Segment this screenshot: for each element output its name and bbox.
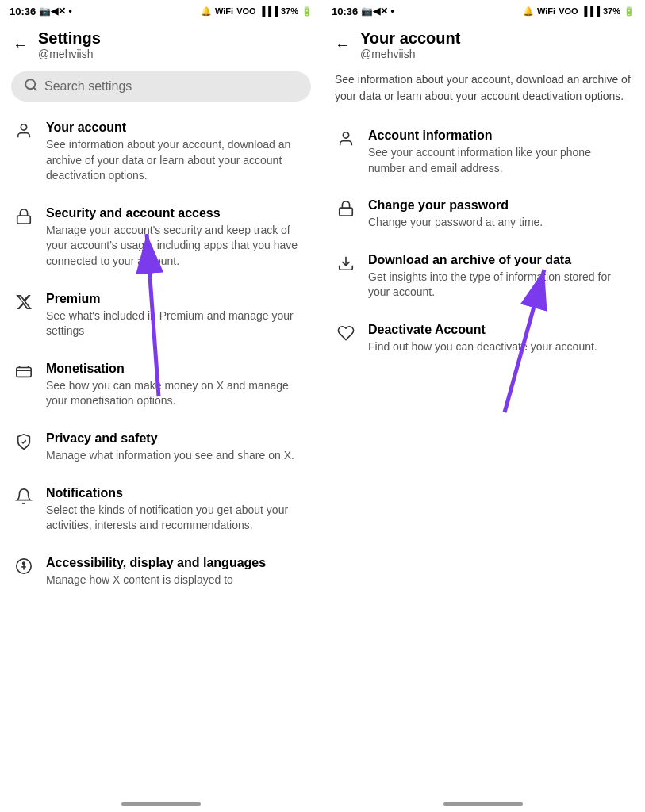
item-title-deactivate: Deactivate Account: [368, 323, 632, 337]
heart-icon: [335, 324, 357, 342]
home-indicator-left: [121, 802, 201, 806]
item-desc-download-archive: Get insights into the type of informatio…: [368, 270, 632, 301]
item-desc-security: Manage your account's security and keep …: [46, 223, 309, 270]
item-desc-your-account: See information about your account, down…: [46, 137, 309, 184]
search-icon: [24, 78, 38, 95]
search-placeholder: Search settings: [44, 79, 132, 94]
search-bar[interactable]: Search settings: [11, 71, 311, 102]
lock-icon: [13, 208, 35, 225]
right-header: ← Your account @mehviish: [322, 22, 644, 63]
settings-item-account-info[interactable]: Account information See your account inf…: [322, 117, 644, 187]
left-page-title: Settings: [38, 29, 101, 48]
item-title-change-password: Change your password: [368, 198, 632, 213]
status-right-right: 🔔 WiFi VOO ▐▐▐ 37% 🔋: [523, 6, 635, 17]
item-desc-deactivate: Find out how you can deactivate your acc…: [368, 339, 632, 355]
left-username: @mehviish: [38, 48, 101, 60]
item-title-privacy: Privacy and safety: [46, 431, 309, 446]
item-desc-monetisation: See how you can make money on X and mana…: [46, 378, 309, 409]
settings-item-notifications[interactable]: Notifications Select the kinds of notifi…: [0, 475, 322, 545]
settings-item-download-archive[interactable]: Download an archive of your data Get ins…: [322, 242, 644, 312]
item-title-account-info: Account information: [368, 128, 632, 143]
svg-rect-4: [17, 367, 31, 377]
person-icon-right: [335, 130, 357, 147]
settings-item-change-password[interactable]: Change your password Change your passwor…: [322, 187, 644, 242]
settings-item-monetisation[interactable]: Monetisation See how you can make money …: [0, 350, 322, 420]
settings-item-accessibility[interactable]: Accessibility, display and languages Man…: [0, 545, 322, 599]
bottom-bar-left: [0, 796, 322, 812]
x-logo-icon: [13, 293, 35, 311]
svg-rect-11: [340, 208, 353, 216]
right-username: @mehviish: [360, 48, 460, 60]
settings-item-your-account[interactable]: Your account See information about your …: [0, 109, 322, 195]
item-desc-change-password: Change your password at any time.: [368, 215, 632, 231]
svg-line-1: [33, 87, 36, 90]
money-icon: [13, 363, 35, 381]
person-icon: [13, 122, 35, 140]
bottom-bar-right: [322, 796, 644, 812]
svg-point-2: [21, 124, 26, 130]
time-left: 10:36: [10, 6, 36, 17]
account-items-list: Account information See your account inf…: [322, 117, 644, 796]
right-panel: 10:36 📷◀✕ • 🔔 WiFi VOO ▐▐▐ 37% 🔋 ← Your …: [322, 0, 644, 812]
lock-icon-right: [335, 200, 357, 217]
svg-rect-3: [17, 216, 31, 224]
item-desc-accessibility: Manage how X content is displayed to: [46, 573, 309, 588]
right-page-title: Your account: [360, 29, 460, 48]
accessibility-icon: [13, 557, 35, 575]
left-header: ← Settings @mehviish: [0, 22, 322, 63]
shield-icon: [13, 433, 35, 450]
left-panel: 10:36 📷◀✕ • 🔔 WiFi VOO ▐▐▐ 37% 🔋 ← Setti…: [0, 0, 322, 812]
item-title-download-archive: Download an archive of your data: [368, 253, 632, 267]
settings-item-premium[interactable]: Premium See what's included in Premium a…: [0, 281, 322, 350]
bell-icon: [13, 488, 35, 505]
back-button-left[interactable]: ←: [13, 36, 29, 54]
download-icon: [335, 255, 357, 272]
item-title-accessibility: Accessibility, display and languages: [46, 556, 309, 570]
panel-description: See information about your account, down…: [322, 63, 644, 117]
item-desc-notifications: Select the kinds of notification you get…: [46, 503, 309, 534]
item-title-premium: Premium: [46, 292, 309, 306]
item-title-monetisation: Monetisation: [46, 362, 309, 376]
item-desc-premium: See what's included in Premium and manag…: [46, 308, 309, 339]
status-icons-left: 📷◀✕ •: [39, 6, 72, 17]
item-desc-account-info: See your account information like your p…: [368, 145, 632, 176]
status-right-left: 🔔 WiFi VOO ▐▐▐ 37% 🔋: [201, 6, 313, 17]
item-title-notifications: Notifications: [46, 486, 309, 500]
item-desc-privacy: Manage what information you see and shar…: [46, 448, 309, 464]
settings-list: Your account See information about your …: [0, 109, 322, 796]
item-title-your-account: Your account: [46, 121, 309, 135]
status-bar-right: 10:36 📷◀✕ • 🔔 WiFi VOO ▐▐▐ 37% 🔋: [322, 0, 644, 22]
status-bar-left: 10:36 📷◀✕ • 🔔 WiFi VOO ▐▐▐ 37% 🔋: [0, 0, 322, 22]
home-indicator-right: [443, 802, 523, 806]
settings-item-security[interactable]: Security and account access Manage your …: [0, 195, 322, 281]
time-right: 10:36: [332, 6, 358, 17]
item-title-security: Security and account access: [46, 206, 309, 220]
back-button-right[interactable]: ←: [335, 36, 351, 54]
settings-item-deactivate[interactable]: Deactivate Account Find out how you can …: [322, 312, 644, 366]
svg-point-6: [23, 562, 25, 565]
svg-point-10: [343, 132, 348, 138]
settings-item-privacy[interactable]: Privacy and safety Manage what informati…: [0, 420, 322, 475]
